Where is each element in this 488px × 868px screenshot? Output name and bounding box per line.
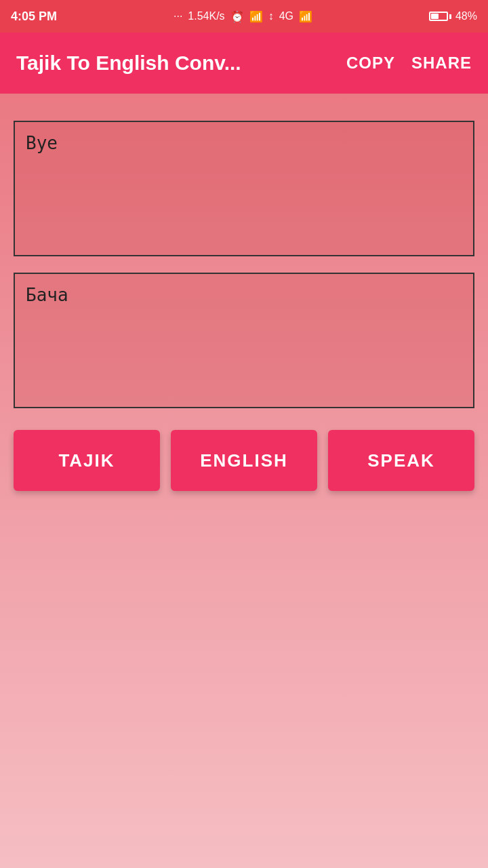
signal-icon-2: 📶 (299, 10, 312, 23)
app-bar: Tajik To English Conv... COPY SHARE (0, 33, 488, 94)
status-right: 48% (429, 10, 477, 22)
share-button[interactable]: SHARE (411, 54, 472, 73)
status-center: ··· 1.54K/s ⏰ 📶 ↕ 4G 📶 (174, 10, 312, 23)
status-bar: 4:05 PM ··· 1.54K/s ⏰ 📶 ↕ 4G 📶 48% (0, 0, 488, 33)
app-actions: COPY SHARE (346, 54, 472, 73)
status-time: 4:05 PM (11, 9, 57, 24)
tajik-button[interactable]: TAJIK (14, 430, 160, 491)
battery-icon (429, 12, 451, 21)
signal-icon: ↕ (268, 10, 274, 22)
copy-button[interactable]: COPY (346, 54, 395, 73)
network-type: 4G (279, 10, 293, 22)
input-textbox[interactable] (14, 121, 474, 256)
network-speed: 1.54K/s (188, 10, 224, 22)
output-textbox[interactable] (14, 273, 474, 408)
buttons-row: TAJIK ENGLISH SPEAK (14, 430, 474, 491)
wifi-icon: 📶 (249, 10, 263, 23)
dots-icon: ··· (174, 10, 182, 22)
alarm-icon: ⏰ (230, 10, 244, 23)
speak-button[interactable]: SPEAK (328, 430, 474, 491)
english-button[interactable]: ENGLISH (171, 430, 317, 491)
content-area: TAJIK ENGLISH SPEAK (0, 94, 488, 505)
battery-percent: 48% (455, 10, 477, 22)
app-title: Tajik To English Conv... (16, 52, 241, 75)
